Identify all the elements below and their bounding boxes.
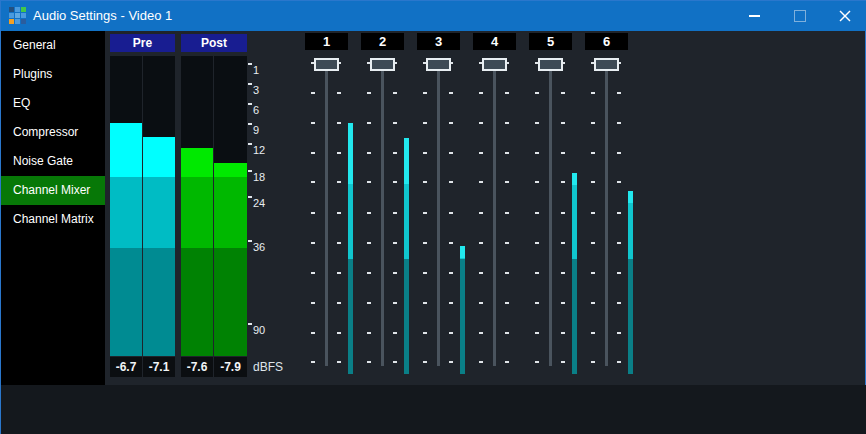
slider-tick bbox=[423, 332, 427, 334]
channel-slider-track[interactable] bbox=[437, 64, 440, 366]
slider-tick bbox=[505, 92, 509, 94]
slider-tick bbox=[337, 152, 341, 154]
slider-tick bbox=[311, 212, 315, 214]
channel-header-6: 6 bbox=[585, 33, 628, 50]
slider-tick bbox=[505, 332, 509, 334]
channel-slider-track[interactable] bbox=[605, 64, 608, 366]
channel-meter-segment bbox=[404, 184, 409, 259]
audio-settings-window: Audio Settings - Video 1 GeneralPluginsE… bbox=[0, 0, 866, 434]
slider-tick bbox=[505, 361, 509, 363]
slider-tick bbox=[449, 361, 453, 363]
slider-tick bbox=[449, 122, 453, 124]
slider-tick bbox=[561, 242, 565, 244]
slider-tick bbox=[423, 361, 427, 363]
slider-tick bbox=[535, 361, 539, 363]
slider-tick bbox=[617, 212, 621, 214]
channel-slider-handle[interactable] bbox=[370, 58, 395, 71]
slider-tick bbox=[423, 302, 427, 304]
slider-tick bbox=[535, 181, 539, 183]
channel-meter-segment bbox=[628, 259, 633, 374]
channel-meter-segment bbox=[460, 259, 465, 374]
slider-tick bbox=[367, 212, 371, 214]
slider-tick bbox=[393, 92, 397, 94]
slider-tick bbox=[505, 242, 509, 244]
slider-tick bbox=[561, 181, 565, 183]
slider-tick bbox=[617, 92, 621, 94]
slider-tick bbox=[505, 152, 509, 154]
slider-tick bbox=[617, 122, 621, 124]
slider-tick bbox=[311, 242, 315, 244]
channel-slider-handle[interactable] bbox=[538, 58, 563, 71]
channel-meter-peak bbox=[404, 138, 409, 150]
slider-tick bbox=[449, 332, 453, 334]
slider-tick bbox=[591, 361, 595, 363]
channel-header-4: 4 bbox=[473, 33, 516, 50]
channel-slider-track[interactable] bbox=[325, 64, 328, 366]
slider-tick bbox=[337, 212, 341, 214]
slider-tick bbox=[505, 212, 509, 214]
slider-tick bbox=[311, 302, 315, 304]
slider-tick bbox=[367, 92, 371, 94]
channel-meter-peak bbox=[572, 173, 577, 185]
slider-tick bbox=[479, 332, 483, 334]
slider-tick bbox=[393, 302, 397, 304]
slider-tick bbox=[449, 242, 453, 244]
slider-tick bbox=[393, 361, 397, 363]
slider-tick bbox=[393, 181, 397, 183]
slider-tick bbox=[535, 92, 539, 94]
slider-tick bbox=[449, 272, 453, 274]
slider-tick bbox=[617, 242, 621, 244]
slider-tick bbox=[535, 242, 539, 244]
slider-tick bbox=[449, 212, 453, 214]
slider-tick bbox=[311, 92, 315, 94]
slider-tick bbox=[535, 272, 539, 274]
slider-tick bbox=[423, 242, 427, 244]
slider-tick bbox=[311, 122, 315, 124]
channel-slider-handle[interactable] bbox=[482, 58, 507, 71]
slider-tick bbox=[617, 181, 621, 183]
slider-tick bbox=[393, 122, 397, 124]
slider-tick bbox=[479, 122, 483, 124]
slider-tick bbox=[505, 122, 509, 124]
slider-tick bbox=[561, 122, 565, 124]
slider-tick bbox=[449, 181, 453, 183]
slider-tick bbox=[367, 242, 371, 244]
slider-tick bbox=[423, 122, 427, 124]
slider-tick bbox=[311, 152, 315, 154]
slider-tick bbox=[311, 332, 315, 334]
channel-slider-track[interactable] bbox=[549, 64, 552, 366]
channel-slider-track[interactable] bbox=[493, 64, 496, 366]
slider-tick bbox=[479, 272, 483, 274]
channel-header-5: 5 bbox=[529, 33, 572, 50]
slider-tick bbox=[393, 152, 397, 154]
slider-tick bbox=[337, 122, 341, 124]
slider-tick bbox=[311, 272, 315, 274]
slider-tick bbox=[393, 242, 397, 244]
slider-tick bbox=[591, 242, 595, 244]
slider-tick bbox=[479, 302, 483, 304]
slider-tick bbox=[367, 122, 371, 124]
channel-slider-track[interactable] bbox=[381, 64, 384, 366]
slider-tick bbox=[479, 152, 483, 154]
slider-tick bbox=[591, 212, 595, 214]
channel-mixer-panel: 123456 bbox=[1, 1, 866, 434]
slider-tick bbox=[367, 152, 371, 154]
slider-tick bbox=[393, 332, 397, 334]
slider-tick bbox=[535, 152, 539, 154]
slider-tick bbox=[479, 92, 483, 94]
slider-tick bbox=[617, 152, 621, 154]
slider-tick bbox=[561, 302, 565, 304]
slider-tick bbox=[311, 361, 315, 363]
channel-slider-handle[interactable] bbox=[426, 58, 451, 71]
slider-tick bbox=[423, 181, 427, 183]
slider-tick bbox=[337, 92, 341, 94]
slider-tick bbox=[561, 332, 565, 334]
slider-tick bbox=[423, 212, 427, 214]
channel-slider-handle[interactable] bbox=[314, 58, 339, 71]
channel-slider-handle[interactable] bbox=[594, 58, 619, 71]
slider-tick bbox=[393, 272, 397, 274]
slider-tick bbox=[449, 92, 453, 94]
slider-tick bbox=[337, 272, 341, 274]
slider-tick bbox=[535, 332, 539, 334]
slider-tick bbox=[591, 272, 595, 274]
